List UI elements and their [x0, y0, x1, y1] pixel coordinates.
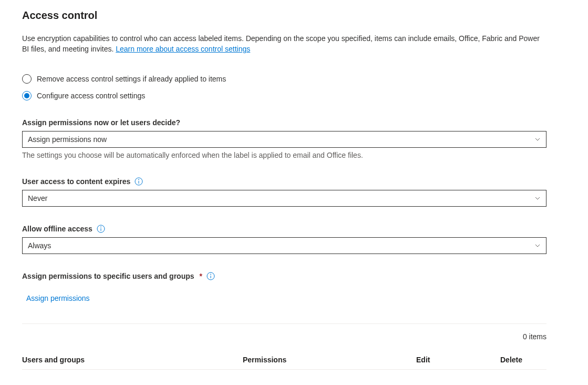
- info-icon[interactable]: [207, 272, 215, 280]
- assign-permissions-link[interactable]: Assign permissions: [26, 294, 90, 302]
- divider: [22, 323, 546, 324]
- items-count: 0 items: [22, 332, 546, 341]
- assign-permissions-value: Assign permissions now: [28, 135, 107, 144]
- chevron-down-icon: [534, 242, 541, 249]
- offline-value: Always: [28, 241, 51, 250]
- specific-users-label: Assign permissions to specific users and…: [22, 272, 566, 280]
- chevron-down-icon: [534, 195, 541, 201]
- offline-label-text: Allow offline access: [22, 225, 92, 233]
- specific-users-label-text: Assign permissions to specific users and…: [22, 272, 194, 280]
- intro-text: Use encryption capabilities to control w…: [22, 33, 548, 54]
- info-icon[interactable]: [97, 225, 105, 233]
- radio-icon-checked: [22, 91, 32, 100]
- radio-icon-unchecked: [22, 74, 32, 84]
- intro-body: Use encryption capabilities to control w…: [22, 34, 540, 53]
- radio-remove-settings[interactable]: Remove access control settings if alread…: [22, 74, 566, 84]
- svg-point-5: [100, 227, 101, 227]
- offline-select[interactable]: Always: [22, 237, 546, 254]
- expires-value: Never: [28, 194, 47, 202]
- assign-permissions-help: The settings you choose will be automati…: [22, 151, 566, 159]
- svg-point-8: [210, 274, 211, 275]
- table-header: Users and groups Permissions Edit Delete: [22, 356, 546, 370]
- offline-label: Allow offline access: [22, 225, 566, 233]
- learn-more-link[interactable]: Learn more about access control settings: [116, 45, 250, 53]
- expires-label-text: User access to content expires: [22, 177, 130, 186]
- radio-configure-settings[interactable]: Configure access control settings: [22, 91, 566, 100]
- page-title: Access control: [22, 9, 566, 22]
- assign-permissions-label: Assign permissions now or let users deci…: [22, 118, 566, 127]
- assign-permissions-label-text: Assign permissions now or let users deci…: [22, 118, 180, 127]
- chevron-down-icon: [534, 136, 541, 143]
- svg-point-2: [139, 179, 139, 180]
- col-edit: Edit: [416, 356, 500, 364]
- info-icon[interactable]: [135, 177, 143, 186]
- required-asterisk: *: [200, 272, 202, 280]
- assign-permissions-select[interactable]: Assign permissions now: [22, 131, 546, 148]
- radio-configure-label: Configure access control settings: [37, 92, 145, 100]
- expires-label: User access to content expires: [22, 177, 566, 186]
- col-permissions: Permissions: [243, 356, 416, 364]
- col-delete: Delete: [500, 356, 546, 364]
- col-users-groups: Users and groups: [22, 356, 243, 364]
- radio-remove-label: Remove access control settings if alread…: [37, 75, 226, 83]
- expires-select[interactable]: Never: [22, 190, 546, 207]
